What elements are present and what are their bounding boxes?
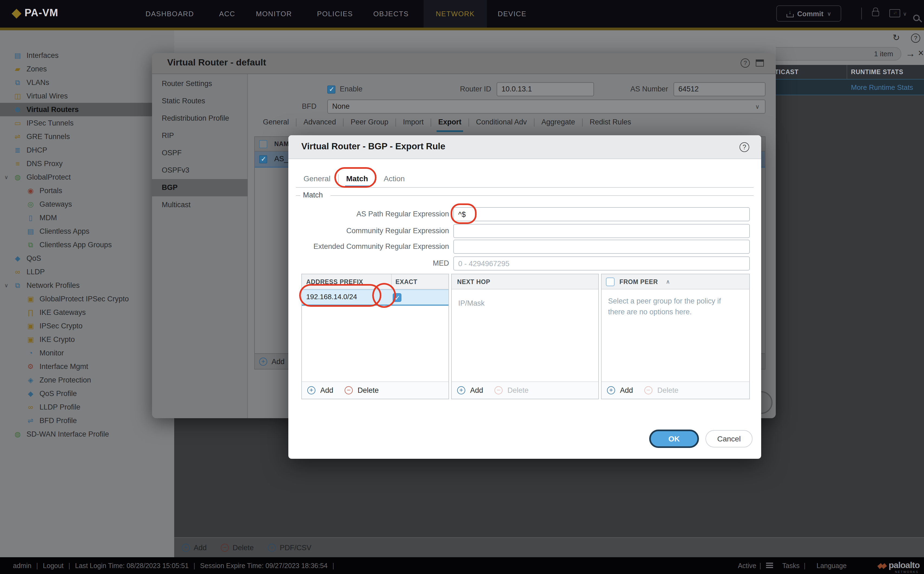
- sidebar-item-lldp[interactable]: ∞LLDP: [0, 265, 174, 279]
- vr-menu-ospf[interactable]: OSPF: [152, 144, 248, 162]
- export-tab-action[interactable]: Action: [376, 171, 413, 186]
- more-runtime-stats-link[interactable]: More Runtime Stats: [851, 79, 913, 96]
- sidebar-item-mdm[interactable]: ▯MDM: [0, 211, 174, 224]
- add-icon: +: [307, 386, 315, 394]
- from-peer-select-all-checkbox[interactable]: [606, 278, 615, 286]
- vr-add-button[interactable]: Add: [271, 357, 285, 366]
- nav-tab-device[interactable]: DEVICE: [498, 0, 527, 28]
- bgp-tab-export[interactable]: Export: [431, 115, 468, 129]
- as-path-regex-input[interactable]: [453, 207, 750, 221]
- ext-community-regex-input[interactable]: [453, 240, 750, 254]
- nav-tab-acc[interactable]: ACC: [219, 0, 235, 28]
- sidebar-item-zone-protection[interactable]: ◈Zone Protection: [0, 373, 174, 387]
- bgp-tab-general[interactable]: General: [256, 115, 296, 129]
- pdf-csv-button[interactable]: ≡PDF/CSV: [268, 543, 311, 552]
- sidebar-item-zones[interactable]: ▰Zones: [0, 62, 174, 76]
- bgp-tab-redist-rules[interactable]: Redist Rules: [583, 115, 638, 129]
- sidebar-item-portals[interactable]: ◉Portals: [0, 184, 174, 197]
- global-search-icon[interactable]: [913, 14, 920, 21]
- export-tab-match[interactable]: Match: [339, 171, 376, 186]
- next-page-arrow-icon[interactable]: →: [906, 48, 915, 59]
- nav-tab-dashboard[interactable]: DASHBOARD: [145, 0, 194, 28]
- bgp-tab-peer-group[interactable]: Peer Group: [344, 115, 396, 129]
- nexthop-add-button[interactable]: Add: [470, 386, 483, 394]
- unlock-icon[interactable]: [872, 11, 879, 16]
- select-all-checkbox[interactable]: [259, 140, 267, 148]
- sidebar-item-gre-tunnels[interactable]: ⇌GRE Tunnels: [0, 130, 174, 144]
- vr-menu-ospfv3[interactable]: OSPFv3: [152, 162, 248, 179]
- sidebar-item-lldp-profile[interactable]: ∞LLDP Profile: [0, 401, 174, 414]
- export-tab-general[interactable]: General: [296, 171, 338, 186]
- sidebar-item-gp-ipsec-crypto[interactable]: ▣GlobalProtect IPSec Crypto: [0, 292, 174, 306]
- sidebar-item-gateways[interactable]: ◎Gateways: [0, 197, 174, 211]
- vr-menu-multicast[interactable]: Multicast: [152, 196, 248, 214]
- language-button[interactable]: Language: [817, 562, 847, 569]
- sidebar-item-ike-crypto[interactable]: ▣IKE Crypto: [0, 333, 174, 346]
- bgp-tab-advanced[interactable]: Advanced: [296, 115, 343, 129]
- sidebar-item-ipsec-tunnels[interactable]: ▭IPSec Tunnels: [0, 116, 174, 130]
- nav-tab-policies[interactable]: POLICIES: [317, 0, 353, 28]
- sidebar-item-network-profiles[interactable]: ∨⧉Network Profiles: [0, 279, 174, 292]
- vr-menu-redistribution-profile[interactable]: Redistribution Profile: [152, 110, 248, 127]
- nav-tab-objects[interactable]: OBJECTS: [373, 0, 409, 28]
- sidebar-item-globalprotect[interactable]: ∨◍GlobalProtect: [0, 170, 174, 184]
- bgp-tab-conditional-adv[interactable]: Conditional Adv: [469, 115, 534, 129]
- sidebar-item-sdwan-interface-profile[interactable]: ◍SD-WAN Interface Profile: [0, 427, 174, 441]
- sort-up-icon[interactable]: ∧: [666, 274, 670, 289]
- sidebar-item-clientless-app-groups[interactable]: ⧉Clientless App Groups: [0, 238, 174, 252]
- community-regex-input[interactable]: [453, 224, 750, 238]
- sidebar-item-bfd-profile[interactable]: ⇌BFD Profile: [0, 414, 174, 427]
- bfd-profile-icon: ⇌: [26, 416, 35, 425]
- vr-menu-static-routes[interactable]: Static Routes: [152, 93, 248, 110]
- vr-menu-bgp[interactable]: BGP: [152, 179, 248, 196]
- vr-menu-router-settings[interactable]: Router Settings: [152, 75, 248, 93]
- router-id-input[interactable]: 10.0.13.1: [497, 82, 594, 96]
- export-help-icon[interactable]: ?: [740, 142, 749, 152]
- collapse-chevron-icon[interactable]: ∨: [4, 282, 8, 289]
- refresh-icon[interactable]: ↻: [892, 33, 900, 43]
- cancel-button[interactable]: Cancel: [705, 430, 752, 448]
- exact-checkbox[interactable]: [393, 293, 401, 302]
- vr-menu-rip[interactable]: RIP: [152, 127, 248, 144]
- nav-tab-monitor[interactable]: MONITOR: [256, 0, 292, 28]
- sidebar-item-monitor[interactable]: ◔Monitor: [0, 346, 174, 360]
- sidebar-item-dhcp[interactable]: ≣DHCP: [0, 144, 174, 157]
- sidebar-item-interface-mgmt[interactable]: ⚙Interface Mgmt: [0, 360, 174, 373]
- prefix-add-button[interactable]: Add: [320, 386, 333, 394]
- nav-tab-network[interactable]: NETWORK: [424, 0, 487, 28]
- bgp-tab-aggregate[interactable]: Aggregate: [534, 115, 582, 129]
- sidebar-item-clientless-apps[interactable]: ▤Clientless Apps: [0, 224, 174, 238]
- transfer-chevron-icon[interactable]: ∨: [903, 11, 907, 17]
- bfd-select[interactable]: None ∨: [327, 99, 765, 114]
- commit-button[interactable]: ↓ Commit ∨: [776, 5, 841, 22]
- as-number-input[interactable]: 64512: [673, 82, 765, 96]
- bgp-tab-import[interactable]: Import: [396, 115, 431, 129]
- page-delete-button[interactable]: −Delete: [221, 543, 254, 552]
- sidebar-item-qos[interactable]: ◆QoS: [0, 252, 174, 265]
- frompeer-add-button[interactable]: Add: [620, 386, 633, 394]
- sidebar-item-vlans[interactable]: ⧉VLANs: [0, 76, 174, 89]
- help-icon[interactable]: ?: [911, 33, 920, 43]
- sidebar-item-virtual-wires[interactable]: ◫Virtual Wires: [0, 89, 174, 103]
- sidebar-item-dns-proxy[interactable]: ≡DNS Proxy: [0, 157, 174, 170]
- filter-bar[interactable]: 1 item: [776, 47, 901, 61]
- tasks-button[interactable]: Tasks: [782, 562, 799, 569]
- med-input[interactable]: [453, 256, 750, 271]
- row-checkbox[interactable]: [259, 155, 267, 163]
- logout-link[interactable]: Logout: [43, 562, 63, 569]
- sidebar-item-interfaces[interactable]: ▤Interfaces: [0, 49, 174, 62]
- prefix-delete-button[interactable]: Delete: [358, 386, 379, 394]
- sidebar-item-virtual-routers[interactable]: ⊛Virtual Routers: [0, 103, 174, 116]
- sidebar-item-qos-profile[interactable]: ◆QoS Profile: [0, 387, 174, 401]
- collapse-chevron-icon[interactable]: ∨: [4, 174, 8, 180]
- config-transfer-icon[interactable]: ↓↑: [889, 9, 900, 17]
- clear-filter-icon[interactable]: ×: [918, 47, 924, 58]
- bgp-enable-checkbox[interactable]: [327, 85, 336, 94]
- vr-help-icon[interactable]: ?: [741, 58, 750, 68]
- page-add-button[interactable]: +Add: [182, 543, 207, 552]
- sidebar-item-ike-gateways[interactable]: ∏IKE Gateways: [0, 306, 174, 319]
- vr-window-icon[interactable]: [756, 60, 764, 66]
- sidebar-item-ipsec-crypto[interactable]: ▣IPSec Crypto: [0, 319, 174, 333]
- ok-button[interactable]: OK: [649, 430, 699, 448]
- address-prefix-row[interactable]: 192.168.14.0/24: [302, 289, 448, 306]
